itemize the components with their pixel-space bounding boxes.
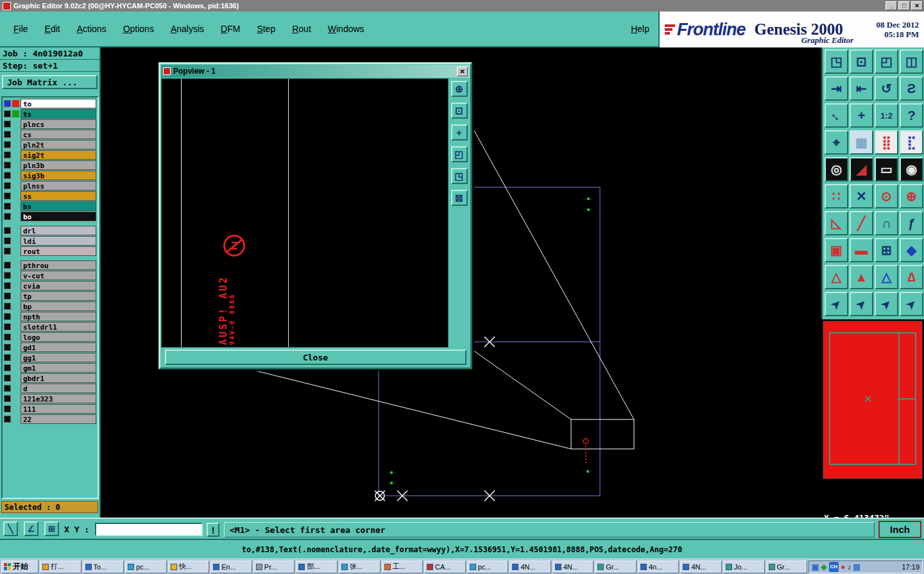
menu-dfm[interactable]: DFM [214, 21, 247, 37]
taskbar-item[interactable]: 4N... [680, 561, 722, 573]
refresh-view-button[interactable]: ↺ [875, 76, 898, 101]
layer-visibility-checkbox[interactable] [4, 395, 11, 402]
layer-visibility-checkbox[interactable] [4, 227, 11, 234]
taskbar-item[interactable]: Gr... [766, 561, 807, 573]
taskbar-item[interactable]: pc... [125, 561, 167, 573]
layer-visibility-checkbox[interactable] [4, 385, 11, 392]
select-net-tool-button[interactable]: ➤ [850, 292, 873, 316]
taskbar-item[interactable]: 4N... [552, 561, 594, 573]
select-tool-button[interactable]: ➤ [825, 292, 848, 316]
layer-row[interactable]: slotdrl1 [4, 322, 96, 332]
layer-name[interactable]: ss [21, 191, 96, 201]
triangle-outline-tool-button[interactable]: △ [825, 265, 848, 289]
layer-visibility-checkbox[interactable] [4, 213, 11, 220]
tray-window-icon[interactable]: ▣ [812, 562, 819, 571]
units-button[interactable]: Inch [878, 521, 921, 538]
layer-name[interactable]: cs [21, 130, 96, 139]
step-view-button[interactable]: Ƨ [900, 76, 923, 101]
measure-tool-button[interactable]: ⌖ [825, 130, 848, 155]
layer-row[interactable]: sig2t [4, 150, 96, 160]
table-tool-button[interactable]: ⊞ [44, 521, 59, 536]
layer-visibility-checkbox[interactable] [4, 172, 11, 179]
maximize-button[interactable]: □ [898, 1, 910, 10]
layer-visibility-checkbox[interactable] [4, 416, 11, 423]
layer-name[interactable]: plnss [21, 181, 96, 190]
layer-name[interactable]: v-cut [21, 271, 96, 280]
layer-row[interactable]: logo [4, 332, 96, 342]
screen-view-button[interactable]: ⊡ [850, 49, 873, 74]
layer-name[interactable]: sig3b [21, 171, 96, 180]
arc-tool-button[interactable]: ∩ [875, 211, 898, 235]
layer-row[interactable]: d [4, 384, 96, 393]
layer-visibility-checkbox[interactable] [4, 405, 11, 412]
menu-windows[interactable]: Windows [321, 21, 372, 37]
start-button[interactable]: 开始 [1, 561, 38, 573]
layer-name[interactable]: d [21, 384, 96, 393]
what-is-help-button[interactable]: ? [900, 103, 923, 128]
layer-row[interactable]: tp [4, 291, 96, 301]
triangle-hatch-tool-button[interactable]: ∆ [900, 265, 923, 289]
copy-pad-tool-button[interactable]: ⊕ [900, 184, 923, 208]
delete-tool-button[interactable]: ✕ [850, 184, 873, 208]
select-cut-tool-button[interactable]: ➤ [900, 292, 923, 316]
popview-close-button[interactable]: Close [165, 350, 466, 365]
select-query-tool-button[interactable]: ➤ [875, 292, 898, 316]
layer-visibility-checkbox[interactable] [4, 192, 11, 199]
overview-preview[interactable] [823, 321, 923, 479]
tray-lang-icon[interactable]: CH [829, 562, 839, 572]
taskbar-item[interactable]: 打... [40, 561, 81, 573]
warning-button[interactable]: ! [207, 523, 219, 537]
layer-row[interactable]: pln2t [4, 140, 96, 149]
layer-name[interactable]: pln3b [21, 160, 96, 170]
triangle-fill-tool-button[interactable]: ▲ [850, 265, 873, 289]
layer-row[interactable]: to [4, 99, 96, 108]
job-matrix-button[interactable]: Job Matrix ... [2, 75, 98, 89]
menu-file[interactable]: File [6, 21, 35, 37]
line-tool-button[interactable]: ╱ [850, 211, 873, 235]
layer-name[interactable]: 121e323 [21, 394, 96, 403]
layer-name[interactable]: gbdr1 [21, 373, 96, 383]
popview-canvas[interactable]: Z AUSP! AU2 94V-0 8888 [161, 78, 449, 348]
layer-visibility-checkbox[interactable] [4, 282, 11, 289]
layer-row[interactable]: plnss [4, 181, 96, 190]
layer-name[interactable]: drl [21, 226, 96, 235]
menu-help[interactable]: Help [622, 21, 658, 37]
snap-grid-red-button[interactable]: ⣿ [875, 130, 898, 155]
layer-name[interactable]: ldi [21, 236, 96, 246]
menu-step[interactable]: Step [250, 21, 282, 37]
triangle-alt-tool-button[interactable]: △ [875, 265, 898, 289]
taskbar-item[interactable]: 4n... [638, 561, 680, 573]
layer-row[interactable]: 121e323 [4, 394, 96, 403]
layer-visibility-checkbox[interactable] [4, 364, 11, 371]
move-pad-tool-button[interactable]: ⊙ [875, 184, 898, 208]
fit-view-button[interactable]: ↔ [825, 103, 848, 128]
layer-visibility-checkbox[interactable] [4, 333, 11, 341]
close-button[interactable]: ✕ [911, 1, 923, 10]
layer-row[interactable]: plncs [4, 119, 96, 129]
zoom-out-box-button[interactable]: ⇤ [850, 76, 873, 101]
menu-actions[interactable]: Actions [70, 21, 114, 37]
layer-name[interactable]: slotdrl1 [21, 322, 96, 332]
layer-name[interactable]: cvia [21, 281, 96, 291]
taskbar-item[interactable]: To... [83, 561, 124, 573]
layer-visibility-checkbox[interactable] [4, 272, 11, 279]
layer-visibility-checkbox[interactable] [4, 100, 11, 107]
layer-name[interactable]: ts [21, 109, 96, 119]
taskbar-item[interactable]: 张... [339, 561, 381, 573]
layer-row[interactable]: cs [4, 130, 96, 139]
popview-corner-tr-button[interactable]: ◳ [451, 168, 468, 184]
layer-name[interactable]: sig2t [21, 150, 96, 160]
polygon-tool-button[interactable]: ◆ [900, 238, 923, 262]
layer-row[interactable]: gd1 [4, 342, 96, 352]
layer-row[interactable]: sig3b [4, 171, 96, 180]
corner-ruler-tool-button[interactable]: ◺ [825, 211, 848, 235]
layer-name[interactable]: gd1 [21, 342, 96, 352]
grid-toggle-button[interactable]: ▦ [850, 130, 873, 155]
taskbar-item[interactable]: Jo... [723, 561, 765, 573]
tray-clock[interactable]: 17:19 [902, 563, 920, 571]
layer-row[interactable]: ss [4, 191, 96, 201]
layer-visibility-checkbox[interactable] [4, 162, 11, 169]
taskbar-item[interactable]: 快... [168, 561, 210, 573]
layer-row[interactable]: 22 [4, 414, 96, 424]
taskbar-item[interactable]: Gr... [595, 561, 637, 573]
